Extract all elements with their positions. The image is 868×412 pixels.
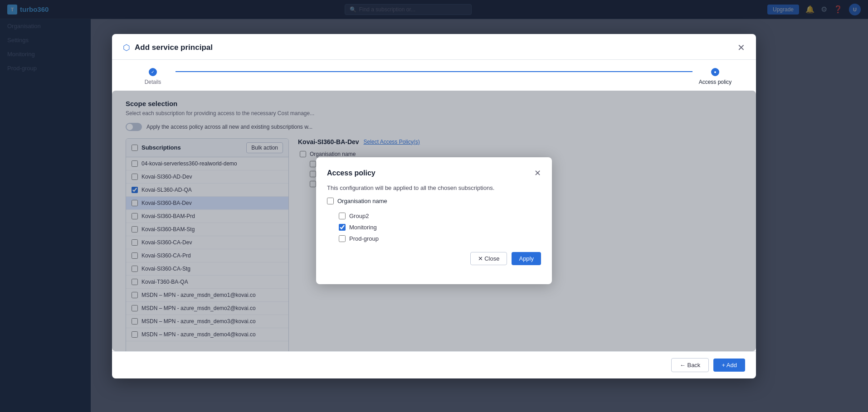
step-details-label: Details [145,79,161,85]
outer-modal-title: Add service principal [135,43,733,52]
step-access-policy-circle: ● [711,68,719,76]
outer-modal-overlay: ⬡ Add service principal ✕ ✓ Details ● Ac… [0,0,868,412]
inner-prod-label: Prod-group [349,235,379,242]
inner-prod-checkbox[interactable] [339,235,346,242]
inner-monitoring-label: Monitoring [349,224,377,231]
inner-group2-label: Group2 [349,213,369,219]
inner-tree-child-group2: Group2 [339,213,541,219]
inner-tree-root: Organisation name [327,198,541,204]
inner-modal-tree: Organisation name Group2 Monitoring [327,198,541,242]
inner-modal-footer: ✕ Close Apply [327,252,541,265]
step-line-1 [176,71,692,72]
apply-button[interactable]: Apply [512,252,541,265]
inner-tree-children: Group2 Monitoring Prod-group [339,213,541,242]
inner-tree-child-prod: Prod-group [339,235,541,242]
service-principal-icon: ⬡ [123,43,130,53]
outer-modal-header: ⬡ Add service principal ✕ [112,34,756,60]
back-button[interactable]: ← Back [671,358,709,372]
inner-modal-title: Access policy [327,169,375,177]
step-details: ✓ Details [130,68,176,85]
inner-modal: Access policy ✕ This configuration will … [316,157,552,284]
step-details-circle: ✓ [149,68,157,76]
outer-modal-body: Scope selection Select each subscription… [112,91,756,351]
inner-monitoring-checkbox[interactable] [339,224,346,231]
close-inner-modal-button[interactable]: ✕ Close [470,252,507,265]
inner-modal-close-button[interactable]: ✕ [534,168,541,178]
step-access-policy: ● Access policy [692,68,738,85]
stepper: ✓ Details ● Access policy [112,60,756,91]
inner-tree-child-monitoring: Monitoring [339,224,541,231]
inner-modal-header: Access policy ✕ [327,168,541,178]
add-button[interactable]: + Add [713,359,745,372]
outer-modal-close-button[interactable]: ✕ [737,42,745,53]
outer-modal-footer: ← Back + Add [112,351,756,378]
outer-modal: ⬡ Add service principal ✕ ✓ Details ● Ac… [112,34,756,378]
step-access-policy-label: Access policy [699,79,732,85]
inner-org-label: Organisation name [337,198,387,204]
inner-modal-description: This configuration will be applied to al… [327,184,541,191]
inner-group2-checkbox[interactable] [339,213,346,219]
inner-modal-overlay: Access policy ✕ This configuration will … [112,91,756,351]
inner-org-checkbox[interactable] [327,198,334,204]
